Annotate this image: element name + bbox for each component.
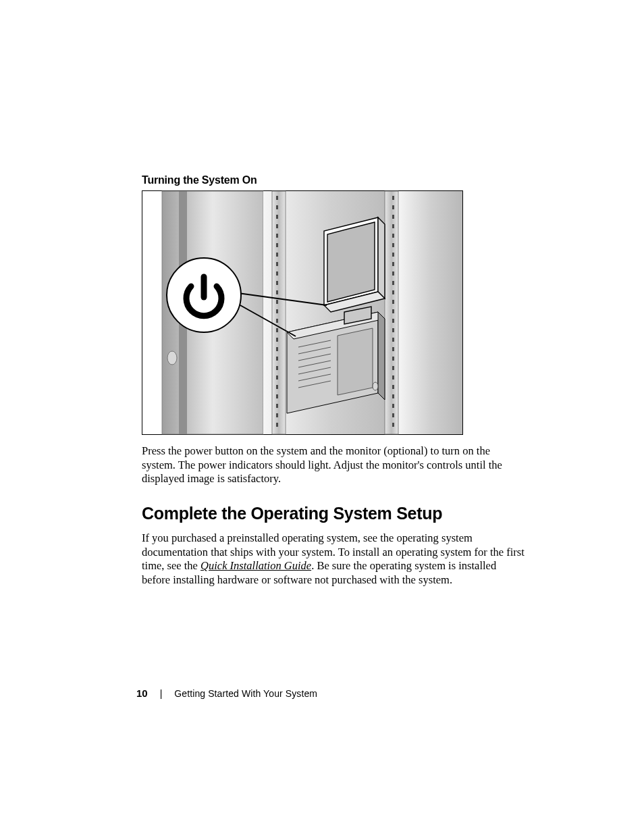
svg-rect-23 bbox=[276, 328, 278, 332]
svg-marker-61 bbox=[378, 312, 385, 400]
svg-rect-49 bbox=[392, 338, 394, 342]
svg-rect-41 bbox=[392, 262, 394, 266]
page-number: 10 bbox=[136, 687, 148, 699]
svg-rect-25 bbox=[276, 347, 278, 351]
section-heading: Complete the Operating System Setup bbox=[142, 504, 527, 523]
power-icon bbox=[167, 258, 241, 332]
svg-rect-51 bbox=[392, 357, 394, 361]
subheading: Turning the System On bbox=[142, 174, 527, 186]
svg-rect-44 bbox=[392, 290, 394, 294]
svg-rect-55 bbox=[392, 394, 394, 398]
svg-rect-39 bbox=[392, 243, 394, 247]
svg-rect-18 bbox=[276, 281, 278, 285]
svg-point-5 bbox=[167, 351, 177, 365]
footer-title: Getting Started With Your System bbox=[174, 688, 317, 699]
svg-rect-45 bbox=[392, 300, 394, 304]
svg-rect-48 bbox=[392, 328, 394, 332]
svg-rect-34 bbox=[392, 196, 394, 200]
svg-rect-11 bbox=[276, 215, 278, 219]
svg-rect-14 bbox=[276, 243, 278, 247]
svg-rect-17 bbox=[276, 271, 278, 276]
svg-rect-53 bbox=[392, 375, 394, 380]
svg-rect-15 bbox=[276, 253, 278, 257]
svg-rect-36 bbox=[392, 215, 394, 219]
svg-rect-54 bbox=[392, 385, 394, 389]
svg-rect-43 bbox=[392, 281, 394, 285]
power-on-illustration bbox=[142, 190, 463, 435]
svg-rect-42 bbox=[392, 271, 394, 276]
svg-marker-72 bbox=[327, 222, 375, 302]
figure-caption: Press the power button on the system and… bbox=[142, 444, 527, 486]
svg-rect-12 bbox=[276, 224, 278, 228]
figure-power-on bbox=[142, 190, 463, 435]
svg-rect-9 bbox=[276, 196, 278, 200]
svg-rect-21 bbox=[276, 309, 278, 313]
svg-rect-35 bbox=[392, 205, 394, 209]
svg-rect-7 bbox=[272, 191, 286, 434]
guide-title-italic: Quick Installation Guide bbox=[200, 559, 311, 572]
svg-rect-2 bbox=[142, 191, 163, 434]
svg-rect-26 bbox=[276, 357, 278, 361]
svg-rect-56 bbox=[392, 404, 394, 408]
svg-rect-47 bbox=[392, 319, 394, 323]
footer-separator: | bbox=[160, 688, 163, 699]
svg-rect-57 bbox=[392, 413, 394, 417]
svg-rect-8 bbox=[385, 191, 398, 434]
svg-rect-46 bbox=[392, 309, 394, 313]
svg-rect-28 bbox=[276, 375, 278, 380]
svg-rect-29 bbox=[276, 385, 278, 389]
page-footer: 10 | Getting Started With Your System bbox=[136, 687, 317, 699]
svg-rect-30 bbox=[276, 394, 278, 398]
svg-rect-10 bbox=[276, 205, 278, 209]
svg-rect-58 bbox=[392, 423, 394, 427]
svg-rect-22 bbox=[276, 319, 278, 323]
svg-rect-33 bbox=[276, 423, 278, 427]
svg-marker-73 bbox=[378, 217, 385, 298]
svg-rect-1 bbox=[398, 191, 462, 434]
svg-rect-24 bbox=[276, 338, 278, 342]
svg-rect-32 bbox=[276, 413, 278, 417]
svg-marker-69 bbox=[338, 328, 373, 395]
svg-rect-50 bbox=[392, 347, 394, 351]
svg-rect-40 bbox=[392, 253, 394, 257]
svg-point-70 bbox=[373, 382, 378, 390]
body-paragraph: If you purchased a preinstalled operatin… bbox=[142, 531, 527, 588]
svg-rect-19 bbox=[276, 290, 278, 294]
svg-rect-52 bbox=[392, 366, 394, 370]
svg-rect-31 bbox=[276, 404, 278, 408]
svg-rect-13 bbox=[276, 234, 278, 238]
svg-rect-16 bbox=[276, 262, 278, 266]
svg-rect-20 bbox=[276, 300, 278, 304]
svg-rect-38 bbox=[392, 234, 394, 238]
svg-rect-27 bbox=[276, 366, 278, 370]
svg-rect-37 bbox=[392, 224, 394, 228]
